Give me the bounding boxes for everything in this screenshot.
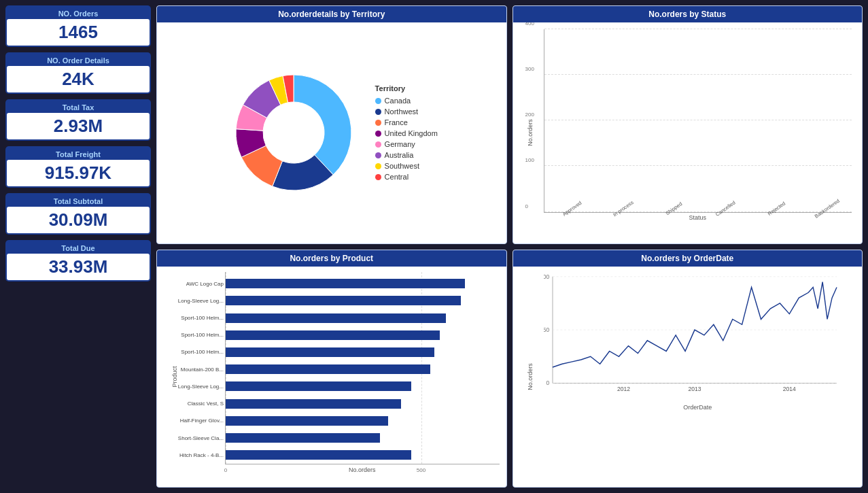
product-hbar-label: Sport-100 Helm... — [162, 349, 224, 355]
product-hbar-label: Sport-100 Helm... — [162, 332, 224, 338]
product-hbar-label: Mountain-200 B... — [162, 367, 224, 373]
product-x-label: No.orders — [225, 466, 500, 473]
product-hbar-label: Half-Finger Glov... — [162, 418, 224, 424]
product-hbar-rect — [226, 381, 411, 391]
kpi-value-total-due: 33.93M — [12, 256, 144, 277]
product-hbar-label: Sport-100 Helm... — [162, 315, 224, 321]
product-hbars-area: 0500AWC Logo CapLong-Sleeve Log...Sport-… — [225, 272, 500, 465]
product-hbar-row: Mountain-200 B... — [226, 364, 496, 374]
kpi-title-no-order-details: NO. Order Details — [7, 54, 150, 66]
line-chart-title: No.orders by OrderDate — [513, 250, 863, 267]
svg-text:2012: 2012 — [617, 385, 629, 392]
status-chart-body: No.orders 0100200300400ApprovedIn proces… — [513, 22, 863, 243]
product-hbar-rect — [226, 364, 430, 374]
status-bar-chart-panel: No.orders by Status No.orders 0100200300… — [513, 5, 863, 244]
product-hbar-row: AWC Logo Cap — [226, 279, 496, 288]
kpi-title-total-freight: Total Freight — [7, 148, 150, 160]
main-content: No.orderdetails by Territory Territory C… — [156, 0, 868, 493]
kpi-card-total-subtotal: Total Subtotal30.09M — [5, 193, 151, 235]
product-hbar-row: Long-Sleeve Log... — [226, 296, 496, 305]
donut-svg — [226, 65, 362, 201]
kpi-card-total-tax: Total Tax2.93M — [5, 99, 151, 141]
product-bar-chart-panel: No.orders by Product Product 0500AWC Log… — [156, 250, 507, 488]
product-hbar-rect — [226, 279, 465, 288]
sidebar: NO. Orders1465NO. Order Details24KTotal … — [0, 0, 156, 493]
kpi-inner-total-freight: 915.97K — [7, 160, 150, 186]
legend-item: Germany — [375, 140, 438, 148]
legend-item: Central — [375, 173, 438, 181]
product-hbar-row: Short-Sleeve Cla... — [226, 433, 496, 443]
product-hbar-rect — [226, 433, 380, 443]
donut-chart-panel: No.orderdetails by Territory Territory C… — [156, 5, 507, 244]
kpi-value-no-order-details: 24K — [12, 69, 144, 90]
product-chart-body: Product 0500AWC Logo CapLong-Sleeve Log.… — [157, 267, 506, 488]
line-x-label: OrderDate — [544, 404, 852, 411]
line-chart-body: No.orders 050100201220132014 OrderDate — [513, 267, 863, 488]
product-hbar-row: Sport-100 Helm... — [226, 313, 496, 323]
svg-text:2014: 2014 — [782, 385, 795, 392]
kpi-title-no-orders: NO. Orders — [7, 7, 150, 19]
product-hbar-label: Long-Sleeve Log... — [162, 298, 224, 304]
product-hbar-label: Classic Vest, S — [162, 401, 224, 407]
kpi-value-no-orders: 1465 — [12, 22, 144, 43]
product-hbar-row: Classic Vest, S — [226, 399, 496, 409]
svg-text:0: 0 — [546, 379, 549, 386]
status-chart-title: No.orders by Status — [513, 6, 863, 22]
svg-text:2013: 2013 — [688, 385, 701, 392]
product-hbar-label: Short-Sleeve Cla... — [162, 435, 224, 441]
product-hbar-rect — [226, 347, 434, 357]
donut-chart-body: Territory CanadaNorthwestFranceUnited Ki… — [157, 22, 506, 243]
svg-text:100: 100 — [544, 273, 549, 280]
line-y-label: No.orders — [526, 363, 533, 390]
product-hbar-rect — [226, 313, 446, 323]
donut-legend: Territory CanadaNorthwestFranceUnited Ki… — [375, 84, 438, 181]
kpi-title-total-due: Total Due — [7, 241, 150, 254]
kpi-card-total-freight: Total Freight915.97K — [5, 146, 151, 188]
svg-text:50: 50 — [544, 326, 549, 333]
product-hbar-row: Hitch Rack - 4-B... — [226, 450, 496, 460]
status-bars-area: 0100200300400ApprovedIn processShippedCa… — [544, 29, 852, 213]
product-hbar-rect — [226, 450, 411, 460]
product-hbar-container: Product 0500AWC Logo CapLong-Sleeve Log.… — [157, 267, 506, 488]
product-hbar-row: Sport-100 Helm... — [226, 347, 496, 357]
product-hbar-label: Long-Sleeve Log... — [162, 384, 224, 390]
kpi-value-total-tax: 2.93M — [12, 116, 144, 137]
product-hbar-rect — [226, 416, 388, 426]
donut-container: Territory CanadaNorthwestFranceUnited Ki… — [157, 22, 506, 243]
kpi-title-total-tax: Total Tax — [7, 101, 150, 113]
kpi-inner-total-due: 33.93M — [7, 254, 150, 280]
product-hbar-rect — [226, 399, 401, 409]
kpi-card-no-orders: NO. Orders1465 — [5, 5, 151, 47]
product-hbar-rect — [226, 330, 440, 340]
product-hbar-row: Half-Finger Glov... — [226, 416, 496, 426]
kpi-inner-total-subtotal: 30.09M — [7, 207, 150, 233]
legend-item: France — [375, 118, 438, 126]
status-bars-container: No.orders 0100200300400ApprovedIn proces… — [513, 22, 863, 243]
kpi-value-total-subtotal: 30.09M — [12, 209, 144, 231]
legend-title: Territory — [375, 84, 438, 92]
status-x-label: Status — [544, 214, 852, 221]
kpi-inner-no-orders: 1465 — [7, 19, 150, 46]
product-hbar-label: Hitch Rack - 4-B... — [162, 452, 224, 458]
legend-item: Southwest — [375, 162, 438, 170]
product-hbar-rect — [226, 296, 461, 305]
product-hbar-row: Sport-100 Helm... — [226, 330, 496, 340]
legend-item: Australia — [375, 151, 438, 159]
kpi-inner-no-order-details: 24K — [7, 66, 150, 92]
kpi-value-total-freight: 915.97K — [12, 163, 144, 184]
kpi-title-total-subtotal: Total Subtotal — [7, 194, 150, 207]
legend-item: Northwest — [375, 107, 438, 116]
product-hbar-row: Long-Sleeve Log... — [226, 381, 496, 391]
kpi-card-no-order-details: NO. Order Details24K — [5, 52, 151, 94]
product-chart-title: No.orders by Product — [157, 250, 506, 267]
legend-item: Canada — [375, 97, 438, 105]
line-chart-inner: No.orders 050100201220132014 OrderDate — [513, 267, 863, 488]
line-chart-panel: No.orders by OrderDate No.orders 0501002… — [513, 250, 863, 488]
kpi-card-total-due: Total Due33.93M — [5, 240, 151, 282]
legend-item: United Kingdom — [375, 129, 438, 137]
donut-chart-title: No.orderdetails by Territory — [157, 6, 506, 22]
status-y-label: No.orders — [526, 119, 533, 146]
line-svg: 050100201220132014 — [544, 273, 852, 403]
product-hbar-label: AWC Logo Cap — [162, 281, 224, 287]
kpi-inner-total-tax: 2.93M — [7, 113, 150, 139]
